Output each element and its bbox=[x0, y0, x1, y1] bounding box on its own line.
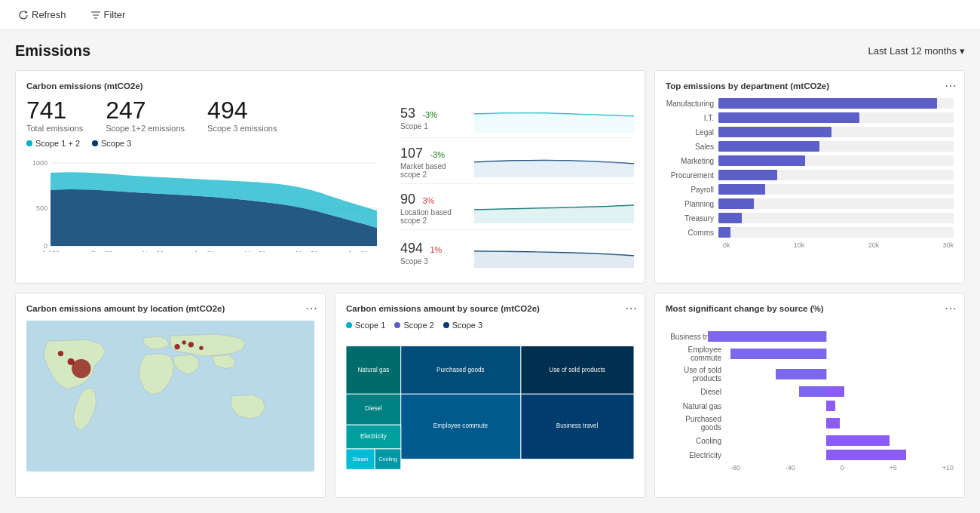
location-dot bbox=[199, 346, 203, 350]
source-scope2-label: Scope 2 bbox=[403, 321, 433, 330]
kpi-scope3: 494 Scope 3 emissions bbox=[207, 98, 277, 133]
dept-card-menu[interactable]: ⋯ bbox=[945, 78, 957, 93]
kpi-scope3-value: 494 bbox=[207, 98, 277, 122]
treemap-container: Natural gas Purchased goods Use of sold … bbox=[346, 336, 634, 487]
legend-scope3-dot bbox=[92, 140, 98, 146]
treemap-label: Employee commute bbox=[433, 422, 488, 429]
change-bar-area bbox=[726, 418, 954, 429]
change-label: Diesel bbox=[666, 388, 726, 396]
kpi-row: 741 Total emissions 247 Scope 1+2 emissi… bbox=[26, 98, 388, 133]
significant-change-menu[interactable]: ⋯ bbox=[945, 301, 957, 315]
top-bar: Refresh Filter bbox=[0, 0, 980, 30]
dept-label: Sales bbox=[666, 143, 718, 151]
kpi-scope3-label: Scope 3 emissions bbox=[207, 124, 277, 133]
change-row-business-travel: Business travel bbox=[666, 331, 954, 342]
legend-scope3: Scope 3 bbox=[92, 139, 131, 148]
change-label: Electricity bbox=[666, 451, 726, 459]
source-scope3-dot bbox=[443, 322, 449, 328]
dept-bar-bg bbox=[718, 155, 954, 166]
dept-bar-fill bbox=[718, 170, 777, 180]
scope1-chart bbox=[474, 103, 634, 133]
pos-bar bbox=[826, 418, 840, 429]
dept-bar-bg bbox=[718, 170, 954, 180]
change-row-diesel: Diesel bbox=[666, 386, 954, 397]
svg-text:Sep 20: Sep 20 bbox=[91, 250, 113, 252]
source-card-menu[interactable]: ⋯ bbox=[625, 301, 637, 315]
refresh-label: Refresh bbox=[32, 9, 66, 20]
kpi-scope12: 247 Scope 1+2 emissions bbox=[106, 98, 185, 133]
neg-bar bbox=[799, 386, 826, 397]
change-row-sold-products: Use of sold products bbox=[666, 366, 954, 382]
treemap-label: Purchased goods bbox=[436, 367, 485, 373]
neg-bar bbox=[708, 331, 826, 342]
scope3-change: 1% bbox=[430, 245, 442, 254]
treemap-label: Electricity bbox=[360, 433, 387, 440]
scope2-market-row: 107 -3% Market based scope 2 bbox=[400, 141, 634, 184]
neg-bar bbox=[776, 369, 825, 379]
area-chart-container: 1000 500 0 Jul 20 bbox=[26, 154, 388, 252]
change-row-electricity: Electricity bbox=[666, 450, 954, 460]
dept-row-payroll: Payroll bbox=[666, 184, 954, 195]
emissions-main-content: 741 Total emissions 247 Scope 1+2 emissi… bbox=[26, 98, 634, 272]
page-title: Emissions bbox=[15, 42, 90, 60]
filter-label: Filter bbox=[104, 9, 126, 20]
scope2-location-value: 90 bbox=[400, 192, 415, 207]
scope2-market-info: 107 -3% Market based scope 2 bbox=[400, 146, 468, 179]
dept-row-manufacturing: Manufacturing bbox=[666, 98, 954, 109]
axis-label-0: 0 bbox=[841, 464, 844, 472]
location-dot bbox=[58, 351, 63, 356]
change-chart-wrapper: Business travel Employee commute bbox=[666, 331, 954, 472]
scope2-location-change: 3% bbox=[422, 196, 434, 205]
dept-bar-fill bbox=[718, 198, 754, 209]
svg-text:0: 0 bbox=[44, 242, 47, 250]
significant-change-card: Most significant change by source (%) ⋯ … bbox=[654, 293, 965, 498]
dept-row-it: I.T. bbox=[666, 112, 954, 123]
svg-text:May 21: May 21 bbox=[296, 250, 318, 252]
kpi-total-value: 741 bbox=[26, 98, 83, 122]
map-container bbox=[26, 321, 314, 472]
change-label: Use of sold products bbox=[666, 366, 726, 382]
source-scope2-legend: Scope 2 bbox=[394, 321, 433, 330]
scope3-label: Scope 3 bbox=[400, 257, 468, 266]
change-label: Cooling bbox=[666, 437, 726, 445]
scope2-market-label: Market based scope 2 bbox=[400, 162, 468, 179]
change-label: Natural gas bbox=[666, 402, 726, 410]
change-axis-labels: -80 -40 0 +5 +10 bbox=[666, 464, 954, 472]
change-label: Employee commute bbox=[666, 346, 726, 362]
change-bar-area bbox=[726, 401, 954, 411]
dept-label: Marketing bbox=[666, 157, 718, 165]
dept-row-treasury: Treasury bbox=[666, 213, 954, 223]
refresh-button[interactable]: Refresh bbox=[12, 6, 72, 23]
treemap-label: Natural gas bbox=[357, 367, 389, 373]
date-filter-label: Last bbox=[868, 45, 887, 57]
filter-icon bbox=[90, 10, 101, 20]
filter-button[interactable]: Filter bbox=[84, 6, 132, 23]
kpi-scope12-value: 247 bbox=[106, 98, 185, 122]
kpi-total: 741 Total emissions bbox=[26, 98, 83, 133]
dept-row-legal: Legal bbox=[666, 127, 954, 137]
scope2-location-chart bbox=[474, 193, 634, 223]
axis-line bbox=[826, 349, 827, 359]
svg-text:Jul 20: Jul 20 bbox=[41, 250, 60, 252]
dept-bar-bg bbox=[718, 98, 954, 109]
scope2-market-chart bbox=[474, 147, 634, 177]
dept-row-comms: Comms bbox=[666, 227, 954, 238]
pos-bar bbox=[826, 435, 890, 446]
date-filter-button[interactable]: Last Last 12 months ▾ bbox=[868, 45, 965, 57]
dept-bar-fill bbox=[718, 112, 859, 123]
scope2-market-change: -3% bbox=[430, 150, 445, 159]
change-label: Purchased goods bbox=[666, 415, 726, 432]
dept-row-marketing: Marketing bbox=[666, 155, 954, 166]
scope2-market-value: 107 bbox=[400, 146, 423, 161]
dept-chart: Manufacturing I.T. Legal bbox=[666, 98, 954, 249]
location-dot bbox=[182, 340, 185, 344]
change-bar-area bbox=[726, 331, 954, 342]
scope3-chart bbox=[474, 238, 634, 268]
svg-text:Nov 20: Nov 20 bbox=[142, 250, 164, 252]
dept-bar-fill bbox=[718, 141, 819, 152]
treemap-label: Cooling bbox=[378, 456, 397, 462]
dept-bar-bg bbox=[718, 127, 954, 137]
location-card-menu[interactable]: ⋯ bbox=[305, 301, 317, 315]
scope1-value: 53 bbox=[400, 106, 415, 121]
dept-bar-fill bbox=[718, 213, 742, 223]
